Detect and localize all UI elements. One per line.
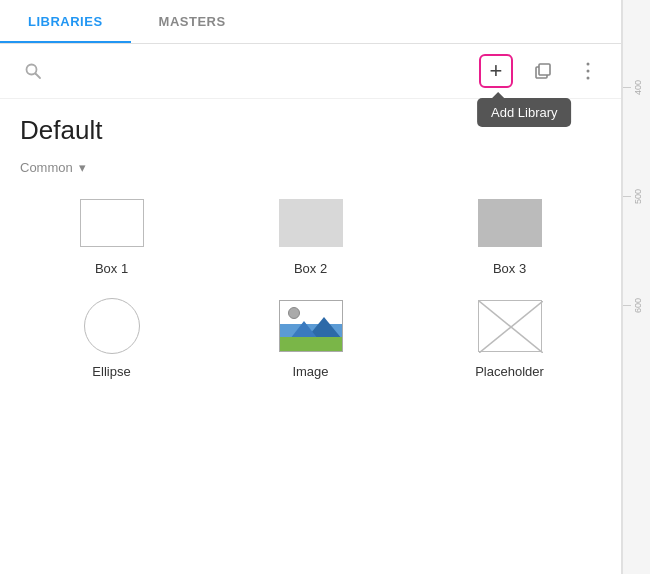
list-item[interactable]: Placeholder bbox=[418, 296, 601, 379]
ellipse-shape bbox=[84, 298, 140, 354]
library-title: Default bbox=[20, 115, 601, 146]
library-content: Default Common ▾ Box 1 Box 2 bbox=[0, 99, 621, 574]
placeholder-preview bbox=[470, 296, 550, 356]
list-item[interactable]: Image bbox=[219, 296, 402, 379]
duplicate-icon bbox=[532, 61, 552, 81]
box1-shape bbox=[80, 199, 144, 247]
svg-point-4 bbox=[587, 63, 590, 66]
box1-preview bbox=[72, 193, 152, 253]
image-label: Image bbox=[292, 364, 328, 379]
box3-shape bbox=[478, 199, 542, 247]
ruler-tick bbox=[623, 87, 631, 88]
tabs-bar: LIBRARIES MASTERS bbox=[0, 0, 621, 44]
add-library-button[interactable]: + Add Library bbox=[479, 54, 513, 88]
image-preview bbox=[271, 296, 351, 356]
list-item[interactable]: Ellipse bbox=[20, 296, 203, 379]
ruler-label-600: 600 bbox=[633, 298, 643, 313]
svg-rect-3 bbox=[539, 64, 550, 75]
more-options-button[interactable] bbox=[571, 54, 605, 88]
box2-shape bbox=[279, 199, 343, 247]
category-label: Common bbox=[20, 160, 73, 175]
box1-label: Box 1 bbox=[95, 261, 128, 276]
more-icon bbox=[586, 62, 590, 80]
svg-point-6 bbox=[587, 77, 590, 80]
ruler-label-400: 400 bbox=[633, 80, 643, 95]
svg-line-1 bbox=[36, 74, 41, 79]
category-header[interactable]: Common ▾ bbox=[20, 160, 601, 175]
box3-label: Box 3 bbox=[493, 261, 526, 276]
box2-label: Box 2 bbox=[294, 261, 327, 276]
placeholder-shape bbox=[478, 300, 542, 352]
search-icon bbox=[24, 62, 42, 80]
box3-preview bbox=[470, 193, 550, 253]
duplicate-button[interactable] bbox=[525, 54, 559, 88]
svg-point-5 bbox=[587, 70, 590, 73]
ruler: 400 500 600 bbox=[622, 0, 650, 574]
main-panel: LIBRARIES MASTERS + Add Library bbox=[0, 0, 622, 574]
placeholder-x-icon bbox=[479, 301, 543, 353]
ellipse-label: Ellipse bbox=[92, 364, 130, 379]
ruler-tick bbox=[623, 196, 631, 197]
ellipse-preview bbox=[72, 296, 152, 356]
ruler-label-500: 500 bbox=[633, 189, 643, 204]
items-grid: Box 1 Box 2 Box 3 Ellipse bbox=[20, 193, 601, 379]
add-icon: + bbox=[490, 60, 503, 82]
tab-masters[interactable]: MASTERS bbox=[131, 0, 254, 43]
placeholder-label: Placeholder bbox=[475, 364, 544, 379]
image-shape bbox=[279, 300, 343, 352]
list-item[interactable]: Box 2 bbox=[219, 193, 402, 276]
box2-preview bbox=[271, 193, 351, 253]
ruler-tick bbox=[623, 305, 631, 306]
list-item[interactable]: Box 1 bbox=[20, 193, 203, 276]
list-item[interactable]: Box 3 bbox=[418, 193, 601, 276]
category-arrow-icon: ▾ bbox=[79, 160, 86, 175]
tab-libraries[interactable]: LIBRARIES bbox=[0, 0, 131, 43]
toolbar: + Add Library bbox=[0, 44, 621, 99]
search-button[interactable] bbox=[16, 54, 50, 88]
